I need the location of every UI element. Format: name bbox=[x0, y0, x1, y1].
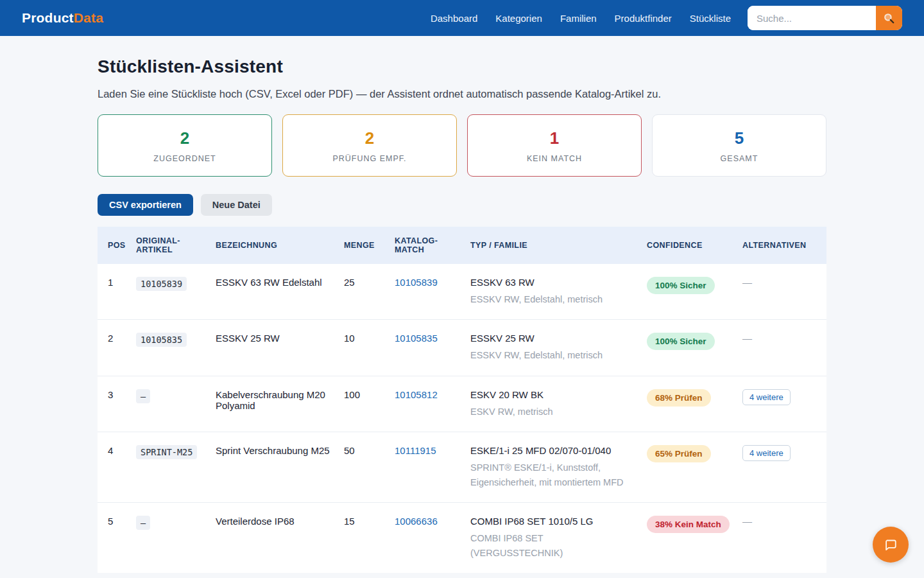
brand-logo-data: Data bbox=[74, 10, 103, 25]
cell-bezeichnung: ESSKV 25 RW bbox=[216, 320, 344, 376]
typ-name: ESSKV 63 RW bbox=[470, 277, 635, 288]
stat-card-zugeordnet: 2 ZUGEORDNET bbox=[98, 114, 272, 177]
katalog-match-link[interactable]: 10111915 bbox=[395, 445, 436, 456]
cell-pos: 2 bbox=[98, 320, 136, 376]
cell-bezeichnung: Kabelverschraubung M20 Polyamid bbox=[216, 376, 344, 432]
familie-name: COMBI IP68 SET (VERGUSSTECHNIK) bbox=[470, 531, 635, 560]
nav-item-kategorien[interactable]: Kategorien bbox=[495, 13, 542, 24]
cell-pos: 1 bbox=[98, 264, 136, 320]
alternativen-dash: — bbox=[742, 333, 752, 344]
column-header-typ-familie: TYP / FAMILIE bbox=[470, 227, 647, 264]
katalog-match-link[interactable]: 10105839 bbox=[395, 277, 438, 288]
alternativen-dash: — bbox=[742, 277, 752, 288]
export-csv-button[interactable]: CSV exportieren bbox=[98, 194, 193, 216]
cell-menge: 25 bbox=[344, 264, 395, 320]
search-icon bbox=[883, 12, 895, 24]
stat-label-gesamt: GESAMT bbox=[721, 154, 758, 163]
alternativen-dash: — bbox=[742, 516, 752, 527]
original-artikel-chip: – bbox=[136, 516, 150, 530]
original-artikel-chip: 10105835 bbox=[136, 333, 187, 347]
confidence-badge: 100% Sicher bbox=[647, 333, 715, 350]
familie-name: ESKV RW, metrisch bbox=[470, 405, 635, 419]
chat-bubble-icon bbox=[882, 536, 899, 553]
nav-item-stueckliste[interactable]: Stückliste bbox=[690, 13, 731, 24]
cell-pos: 3 bbox=[98, 376, 136, 432]
cell-menge: 15 bbox=[344, 503, 395, 573]
stat-value-pruefung: 2 bbox=[365, 128, 374, 148]
cell-bezeichnung: ESSKV 63 RW Edelstahl bbox=[216, 264, 344, 320]
table-row: 4 SPRINT-M25 Sprint Verschraubung M25 50… bbox=[98, 432, 826, 503]
bom-table: POS ORIGINAL-ARTIKEL BEZEICHNUNG MENGE K… bbox=[98, 227, 826, 573]
nav-item-produktfinder[interactable]: Produktfinder bbox=[615, 13, 672, 24]
stat-value-kein-match: 1 bbox=[550, 128, 559, 148]
original-artikel-chip: – bbox=[136, 389, 150, 403]
typ-name: ESKV 20 RW BK bbox=[470, 389, 635, 400]
column-header-menge: MENGE bbox=[344, 227, 395, 264]
column-header-bezeichnung: BEZEICHNUNG bbox=[216, 227, 344, 264]
katalog-match-link[interactable]: 10105812 bbox=[395, 389, 438, 400]
bom-table-container: POS ORIGINAL-ARTIKEL BEZEICHNUNG MENGE K… bbox=[98, 227, 826, 573]
stat-value-gesamt: 5 bbox=[735, 128, 744, 148]
table-row: 1 10105839 ESSKV 63 RW Edelstahl 25 1010… bbox=[98, 264, 826, 320]
main-content: Stücklisten-Assistent Laden Sie eine Stü… bbox=[98, 57, 826, 573]
cell-pos: 5 bbox=[98, 503, 136, 573]
stat-card-kein-match: 1 KEIN MATCH bbox=[467, 114, 642, 177]
familie-name: SPRINT® ESKE/1-i, Kunststoff, Eigensiche… bbox=[470, 460, 635, 489]
original-artikel-chip: SPRINT-M25 bbox=[136, 445, 197, 459]
actions-row: CSV exportieren Neue Datei bbox=[98, 194, 826, 216]
stat-label-pruefung: PRÜFUNG EMPF. bbox=[332, 154, 406, 163]
search-input[interactable] bbox=[748, 6, 876, 30]
katalog-match-link[interactable]: 10066636 bbox=[395, 516, 438, 527]
chat-fab-button[interactable] bbox=[873, 527, 909, 563]
nav-item-dashboard[interactable]: Dashboard bbox=[431, 13, 477, 24]
cell-menge: 10 bbox=[344, 320, 395, 376]
confidence-badge: 38% Kein Match bbox=[647, 516, 730, 533]
brand-logo-product: Product bbox=[22, 10, 74, 25]
top-navbar: ProductData Dashboard Kategorien Familie… bbox=[0, 0, 924, 36]
familie-name: ESSKV RW, Edelstahl, metrisch bbox=[470, 292, 635, 306]
typ-name: ESKE/1-i 25 MFD 02/070-01/040 bbox=[470, 445, 635, 456]
typ-name: ESSKV 25 RW bbox=[470, 333, 635, 344]
confidence-badge: 65% Prüfen bbox=[647, 445, 711, 462]
cell-pos: 4 bbox=[98, 432, 136, 503]
table-row: 2 10105835 ESSKV 25 RW 10 10105835 ESSKV… bbox=[98, 320, 826, 376]
original-artikel-chip: 10105839 bbox=[136, 277, 187, 291]
column-header-original-artikel: ORIGINAL-ARTIKEL bbox=[136, 227, 216, 264]
confidence-badge: 100% Sicher bbox=[647, 277, 715, 294]
cell-menge: 50 bbox=[344, 432, 395, 503]
brand-logo[interactable]: ProductData bbox=[22, 10, 103, 26]
table-row: 3 – Kabelverschraubung M20 Polyamid 100 … bbox=[98, 376, 826, 432]
stat-card-pruefung: 2 PRÜFUNG EMPF. bbox=[282, 114, 457, 177]
stats-row: 2 ZUGEORDNET 2 PRÜFUNG EMPF. 1 KEIN MATC… bbox=[98, 114, 826, 177]
stat-label-kein-match: KEIN MATCH bbox=[527, 154, 582, 163]
table-header-row: POS ORIGINAL-ARTIKEL BEZEICHNUNG MENGE K… bbox=[98, 227, 826, 264]
stat-card-gesamt: 5 GESAMT bbox=[652, 114, 826, 177]
column-header-katalog-match: KATALOG-MATCH bbox=[395, 227, 470, 264]
stat-value-zugeordnet: 2 bbox=[180, 128, 189, 148]
nav-item-familien[interactable]: Familien bbox=[560, 13, 597, 24]
column-header-alternativen: ALTERNATIVEN bbox=[742, 227, 826, 264]
alternativen-button[interactable]: 4 weitere bbox=[742, 445, 791, 461]
confidence-badge: 68% Prüfen bbox=[647, 389, 711, 407]
column-header-confidence: CONFIDENCE bbox=[647, 227, 742, 264]
katalog-match-link[interactable]: 10105835 bbox=[395, 333, 438, 344]
typ-name: COMBI IP68 SET 1010/5 LG bbox=[470, 516, 635, 527]
cell-bezeichnung: Verteilerdose IP68 bbox=[216, 503, 344, 573]
table-row: 5 – Verteilerdose IP68 15 10066636 COMBI… bbox=[98, 503, 826, 573]
column-header-pos: POS bbox=[98, 227, 136, 264]
page-subtitle: Laden Sie eine Stückliste hoch (CSV, Exc… bbox=[98, 88, 826, 100]
search-button[interactable] bbox=[876, 6, 902, 30]
new-file-button[interactable]: Neue Datei bbox=[201, 194, 272, 216]
cell-bezeichnung: Sprint Verschraubung M25 bbox=[216, 432, 344, 503]
cell-menge: 100 bbox=[344, 376, 395, 432]
page-title: Stücklisten-Assistent bbox=[98, 57, 826, 77]
alternativen-button[interactable]: 4 weitere bbox=[742, 389, 791, 405]
stat-label-zugeordnet: ZUGEORDNET bbox=[153, 154, 216, 163]
search-bar bbox=[748, 6, 902, 30]
main-nav: Dashboard Kategorien Familien Produktfin… bbox=[431, 13, 731, 24]
familie-name: ESSKV RW, Edelstahl, metrisch bbox=[470, 348, 635, 362]
